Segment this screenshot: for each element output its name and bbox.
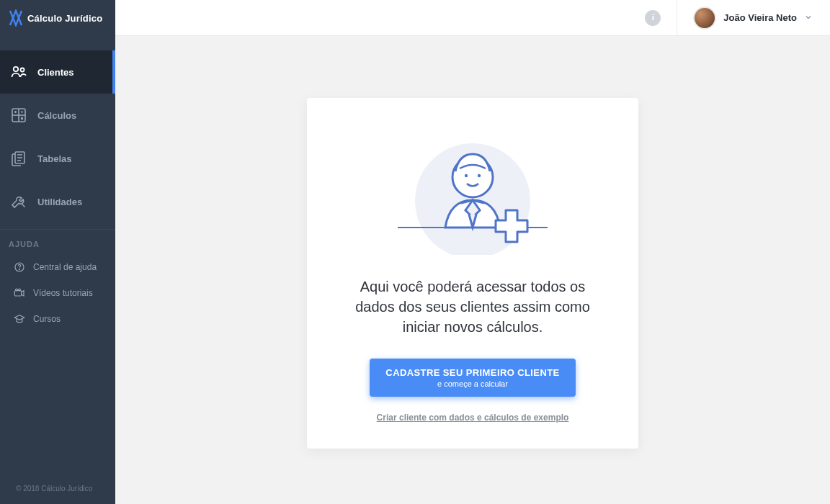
cta-primary-text: CADASTRE SEU PRIMEIRO CLIENTE	[385, 367, 559, 378]
sidebar: Cálculo Jurídico Clientes	[0, 0, 115, 504]
sidebar-item-tabelas[interactable]: Tabelas	[0, 137, 115, 180]
svg-point-0	[14, 67, 18, 71]
create-example-client-link[interactable]: Criar cliente com dados e cálculos de ex…	[377, 413, 569, 423]
svg-point-22	[465, 174, 468, 177]
svg-point-19	[19, 289, 21, 291]
sidebar-item-label: Tabelas	[37, 153, 71, 164]
brand-logo-icon	[9, 9, 23, 27]
calculator-icon	[10, 107, 27, 124]
svg-point-1	[21, 68, 24, 72]
chevron-down-icon	[804, 12, 813, 24]
video-camera-icon	[13, 287, 26, 300]
sidebar-item-utilidades[interactable]: Utilidades	[0, 180, 115, 223]
svg-point-18	[16, 289, 18, 291]
main-content: Aqui você poderá acessar todos os dados …	[115, 36, 830, 504]
svg-rect-17	[14, 291, 21, 296]
document-copy-icon	[10, 150, 27, 167]
graduation-cap-icon	[13, 312, 26, 325]
register-client-button[interactable]: CADASTRE SEU PRIMEIRO CLIENTE e começe a…	[370, 359, 575, 397]
topbar: i João Vieira Neto	[115, 0, 830, 36]
help-item-central[interactable]: Central de ajuda	[0, 254, 115, 280]
help-section: AJUDA Central de ajuda Vídeos tutoriais	[0, 229, 115, 332]
help-circle-icon	[13, 261, 26, 274]
sidebar-item-label: Clientes	[37, 67, 74, 78]
help-item-label: Central de ajuda	[33, 262, 97, 272]
help-item-videos[interactable]: Vídeos tutoriais	[0, 280, 115, 306]
help-item-label: Vídeos tutoriais	[33, 288, 93, 298]
people-icon	[10, 63, 27, 81]
help-item-label: Cursos	[33, 314, 61, 324]
cta-secondary-text: e começe a calcular	[437, 379, 508, 388]
empty-state-headline: Aqui você poderá acessar todos os dados …	[343, 276, 602, 337]
avatar	[693, 6, 716, 30]
tools-icon	[10, 193, 27, 210]
sidebar-item-calculos[interactable]: Cálculos	[0, 94, 115, 137]
client-plus-illustration	[393, 132, 552, 258]
sidebar-item-label: Cálculos	[37, 110, 76, 121]
help-item-cursos[interactable]: Cursos	[0, 306, 115, 332]
sidebar-item-clientes[interactable]: Clientes	[0, 50, 115, 94]
copyright: © 2018 Cálculo Jurídico	[0, 485, 115, 504]
user-name: João Vieira Neto	[723, 12, 797, 23]
svg-point-23	[478, 174, 481, 177]
main-nav: Clientes Cálculos	[0, 50, 115, 223]
brand[interactable]: Cálculo Jurídico	[0, 0, 115, 36]
empty-state-card: Aqui você poderá acessar todos os dados …	[307, 98, 638, 449]
divider	[677, 0, 677, 36]
brand-name: Cálculo Jurídico	[27, 13, 102, 24]
info-button[interactable]: i	[645, 10, 661, 26]
sidebar-item-label: Utilidades	[37, 197, 82, 207]
info-icon: i	[652, 12, 654, 23]
svg-point-16	[19, 269, 19, 270]
help-section-title: AJUDA	[0, 240, 115, 248]
user-menu[interactable]: João Vieira Neto	[693, 6, 813, 30]
